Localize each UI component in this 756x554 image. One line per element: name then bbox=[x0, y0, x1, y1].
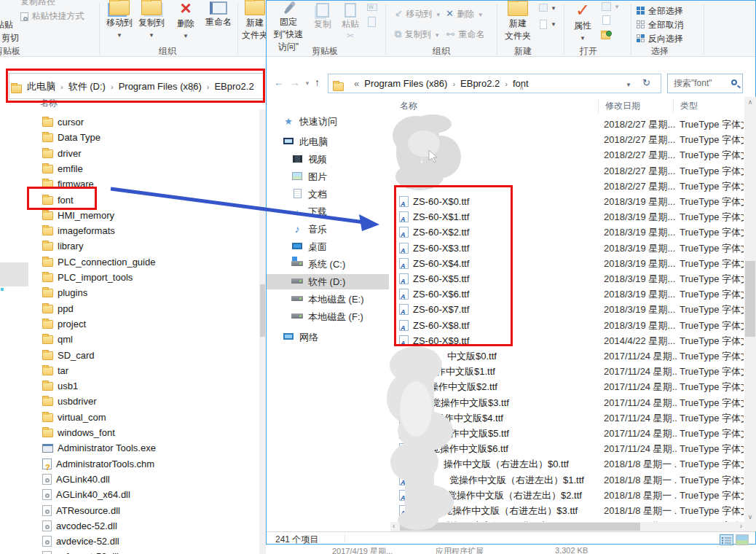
file-row[interactable]: cursor bbox=[42, 114, 84, 130]
scroll-right-arrow[interactable]: › bbox=[740, 522, 742, 530]
properties-button[interactable]: ✓ 属性▼ bbox=[568, 2, 597, 42]
new-folder-button[interactable]: 新建文件夹 bbox=[240, 0, 267, 42]
file-row[interactable]: imageformats bbox=[42, 223, 115, 238]
select-none-button[interactable]: 全部取消 bbox=[637, 17, 683, 31]
file-row[interactable]: avdevice-52.dll bbox=[42, 534, 119, 549]
paste-shortcut-small-icon[interactable] bbox=[368, 17, 376, 27]
horizontal-scrollbar-thumb[interactable] bbox=[400, 523, 640, 531]
breadcrumb-segment[interactable]: Program Files (x86) bbox=[364, 78, 447, 89]
file-row[interactable]: 觉操作中文版$6.ttf2017/11/24 星期...TrueType 字体文… bbox=[390, 441, 744, 456]
invert-selection-button[interactable]: 反向选择 bbox=[637, 31, 683, 45]
recent-locations-dropdown[interactable]: ▼ bbox=[304, 80, 310, 87]
sidebar-item-star[interactable]: ★快速访问 bbox=[267, 114, 389, 129]
file-row[interactable]: usbdriver bbox=[42, 394, 96, 409]
paste-button-right[interactable]: 粘贴 ✂ bbox=[338, 2, 363, 41]
file-row[interactable]: AGLink40_x64.dll bbox=[42, 487, 130, 502]
new-folder-button-right[interactable]: 新建文件夹 bbox=[501, 1, 535, 42]
breadcrumb-segment[interactable]: Program Files (x86) bbox=[119, 81, 202, 92]
delete-small-button[interactable]: ✕ 删除 ▼ bbox=[446, 7, 484, 20]
sidebar-item-network[interactable]: 网络 bbox=[267, 329, 389, 345]
file-row[interactable]: AGLink40.dll bbox=[42, 472, 110, 487]
file-row[interactable]: 操作中文版$2.ttf2017/11/24 星期...TrueType 字体文件 bbox=[390, 379, 744, 394]
file-row[interactable]: 2018/2/27 星期...TrueType 字体文件 bbox=[390, 117, 744, 132]
copy-path-button[interactable]: 复制路径 bbox=[20, 0, 55, 8]
sidebar-item-document[interactable]: 文档 bbox=[267, 187, 389, 202]
back-button[interactable]: ← bbox=[274, 77, 284, 88]
file-row[interactable]: avcodec-52.dll bbox=[42, 518, 117, 534]
scroll-left-arrow[interactable]: ‹ bbox=[393, 522, 395, 530]
rename-button[interactable]: 重命名 bbox=[201, 0, 236, 28]
sidebar-item-music[interactable]: ♪音乐 bbox=[267, 222, 389, 237]
file-row[interactable]: emfile bbox=[42, 161, 83, 176]
scroll-up-arrow[interactable]: ∧ bbox=[744, 98, 756, 106]
file-row[interactable]: driver bbox=[42, 146, 82, 161]
sidebar-item-video[interactable]: 视频 bbox=[267, 152, 389, 167]
breadcrumb-right[interactable]: «Program Files (x86)›EBpro2.2›font bbox=[349, 78, 529, 89]
left-address-bar[interactable]: 此电脑›软件 (D:)›Program Files (x86)›EBpro2.2 bbox=[9, 73, 265, 99]
search-box[interactable]: 搜索"font" bbox=[667, 74, 743, 93]
file-row[interactable]: qml bbox=[42, 332, 73, 347]
thumbnail-view-button[interactable] bbox=[736, 534, 749, 545]
sidebar-item-pc[interactable]: 此电脑 bbox=[267, 134, 389, 149]
file-row[interactable]: 觉操作中文版$5.ttf2017/11/24 星期...TrueType 字体文… bbox=[390, 426, 744, 441]
file-row[interactable]: HMI_memory bbox=[42, 208, 114, 223]
file-row[interactable]: 中文版$0.ttf2017/11/24 星期...TrueType 字体文件 bbox=[390, 348, 744, 364]
move-to-small-button[interactable]: ↙ 移动到 ▼ bbox=[395, 7, 441, 20]
file-row[interactable]: ZS-60-X$0.ttf2018/3/19 星期...TrueType 字体文… bbox=[390, 194, 744, 209]
sidebar-item-download[interactable]: ↓下载 bbox=[267, 204, 389, 219]
address-dropdown[interactable]: ▼ bbox=[626, 82, 631, 88]
forward-button[interactable]: → bbox=[290, 77, 300, 88]
copy-button[interactable]: 复制 bbox=[310, 2, 335, 31]
file-row[interactable]: ZS-60-X$6.ttf2018/3/19 星期...TrueType 字体文… bbox=[390, 286, 744, 302]
sidebar-item-drive[interactable]: 软件 (D:) bbox=[267, 274, 389, 289]
file-row[interactable]: ZS-60-X$8.ttf2018/3/19 星期...TrueType 字体文… bbox=[390, 318, 744, 333]
history-icon[interactable] bbox=[601, 28, 610, 42]
vertical-scrollbar-thumb[interactable] bbox=[745, 261, 755, 337]
sidebar-item-drive-sys[interactable]: 系统 (C:) bbox=[267, 257, 389, 272]
file-row[interactable]: ZS-60-X$5.ttf2018/3/19 星期...TrueType 字体文… bbox=[390, 271, 744, 286]
left-scrollbar[interactable] bbox=[259, 109, 266, 554]
breadcrumb-segment[interactable]: 此电脑 bbox=[27, 81, 55, 92]
file-row[interactable]: ppd bbox=[42, 301, 74, 316]
file-row[interactable]: 视觉操作中文版$3.ttf2017/11/24 星期...TrueType 字体… bbox=[390, 395, 744, 410]
file-row[interactable]: ZS-60-X$9.ttf2014/4/22 星期...TrueType 字体文… bbox=[390, 333, 744, 348]
file-row[interactable]: tar bbox=[42, 363, 68, 378]
right-address-bar[interactable]: «Program Files (x86)›EBpro2.2›font ▼ ↻ bbox=[328, 74, 661, 93]
file-row[interactable]: 操作中文版（右进左出）$0.ttf2018/1/8 星期一 ...TrueTyp… bbox=[390, 456, 744, 472]
file-row[interactable]: ZS-60-X$2.ttf2018/3/19 星期...TrueType 字体文… bbox=[390, 225, 744, 240]
file-row[interactable]: ZS-60-X$3.ttf2018/3/19 星期...TrueType 字体文… bbox=[390, 241, 744, 256]
breadcrumb-segment[interactable]: EBpro2.2 bbox=[460, 78, 500, 89]
edit-icon[interactable] bbox=[602, 15, 610, 25]
file-row[interactable]: virtual_com bbox=[42, 410, 106, 425]
sidebar-item-picture[interactable]: 图片 bbox=[267, 169, 389, 184]
file-row[interactable]: -视觉操作中文版（右进左出）$3.ttf2018/1/8 星期一 ...True… bbox=[390, 503, 744, 518]
file-row[interactable]: 2018/2/27 星期...TrueType 字体文件 bbox=[390, 147, 744, 163]
file-row[interactable]: firmware bbox=[42, 176, 94, 192]
file-row[interactable]: SD_card bbox=[42, 348, 95, 363]
file-row[interactable]: plugins bbox=[42, 285, 87, 300]
sidebar-item-drive[interactable]: 本地磁盘 (E:) bbox=[267, 292, 389, 307]
file-row[interactable]: 2018/2/27 星期...TrueType 字体文件 bbox=[390, 179, 744, 194]
file-row[interactable]: 视觉操作中文版（右进左出）$2.ttf2018/1/8 星期一 ...TrueT… bbox=[390, 488, 744, 503]
file-row[interactable]: 2018/2/27 星期...TrueType 字体文件 bbox=[390, 163, 744, 179]
file-row[interactable]: PLC_connection_guide bbox=[42, 254, 155, 270]
file-row[interactable]: usb1 bbox=[42, 378, 78, 394]
details-view-button[interactable] bbox=[720, 534, 733, 545]
file-row[interactable]: AdministratorTools.chm bbox=[42, 456, 154, 472]
file-row[interactable]: ATResource.dll bbox=[42, 503, 120, 518]
easy-access-icon[interactable] bbox=[539, 4, 548, 12]
vertical-scrollbar[interactable]: ∧ ∨ bbox=[744, 97, 756, 522]
file-row[interactable]: Data Type bbox=[42, 130, 101, 145]
rename-small-button[interactable]: ⊷ 重命名 bbox=[446, 27, 484, 41]
file-row[interactable]: ZS-60-X$7.ttf2018/3/19 星期...TrueType 字体文… bbox=[390, 302, 744, 317]
cut-icon[interactable]: ✂ bbox=[347, 31, 354, 41]
file-row[interactable]: 觉操作中文版$4.ttf2017/11/24 星期...TrueType 字体文… bbox=[390, 410, 744, 426]
paste-shortcut-button[interactable]: 粘贴快捷方式 bbox=[20, 9, 84, 23]
breadcrumb-segment[interactable]: 软件 (D:) bbox=[68, 81, 106, 92]
left-scrollbar-thumb[interactable] bbox=[260, 284, 265, 337]
file-row[interactable]: font bbox=[42, 192, 74, 208]
select-all-button[interactable]: 全部选择 bbox=[637, 4, 683, 17]
file-row[interactable]: ZS-60-X$1.ttf2018/3/19 星期...TrueType 字体文… bbox=[390, 209, 744, 225]
file-row[interactable]: 觉操作中文版（右进左出）$1.ttf2018/1/8 星期一 ...TrueTy… bbox=[390, 472, 744, 488]
paste-button[interactable]: 粘贴 bbox=[0, 19, 13, 31]
